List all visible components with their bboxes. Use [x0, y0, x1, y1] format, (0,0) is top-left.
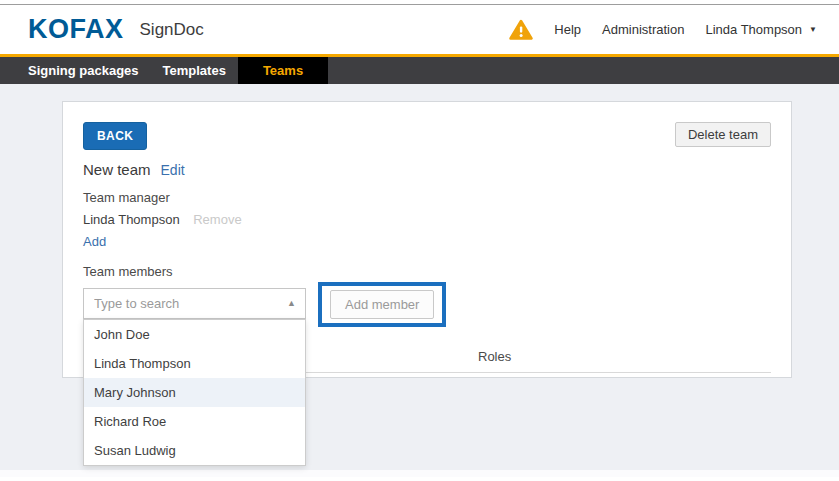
team-name-row: New team Edit [83, 161, 771, 178]
nav-tab-templates[interactable]: Templates [151, 57, 238, 84]
add-manager-link[interactable]: Add [83, 234, 106, 249]
remove-manager-link[interactable]: Remove [193, 212, 241, 227]
window-bottom-strip [0, 470, 839, 477]
add-member-button[interactable]: Add member [330, 290, 434, 319]
header-actions: Help Administration Linda Thompson ▼ [509, 19, 817, 41]
warning-icon[interactable] [509, 19, 533, 41]
member-search-combobox: ▲ John Doe Linda Thompson Mary Johnson R… [83, 288, 306, 319]
app-window: KOFAX SignDoc Help Administration Linda … [0, 0, 839, 481]
team-manager-row: Linda Thompson Remove [83, 212, 771, 227]
edit-team-name-link[interactable]: Edit [161, 162, 185, 178]
chevron-down-icon: ▼ [809, 25, 817, 34]
app-header: KOFAX SignDoc Help Administration Linda … [0, 5, 839, 54]
product-name: SignDoc [140, 20, 204, 40]
team-manager-name: Linda Thompson [83, 212, 180, 227]
member-dropdown-list: John Doe Linda Thompson Mary Johnson Ric… [83, 319, 306, 466]
add-member-highlight-box: Add member [318, 282, 446, 327]
team-name: New team [83, 161, 151, 178]
member-controls: ▲ John Doe Linda Thompson Mary Johnson R… [83, 288, 771, 327]
card-top-row: BACK Delete team [83, 122, 771, 150]
page-content: BACK Delete team New team Edit Team mana… [0, 84, 839, 470]
back-button[interactable]: BACK [83, 122, 147, 150]
dropdown-option[interactable]: John Doe [84, 320, 305, 349]
team-detail-card: BACK Delete team New team Edit Team mana… [62, 101, 792, 378]
dropdown-option[interactable]: Richard Roe [84, 407, 305, 436]
dropdown-option-highlighted[interactable]: Mary Johnson [84, 378, 305, 407]
roles-column-header: Roles [478, 349, 511, 364]
user-name: Linda Thompson [705, 22, 802, 37]
nav-tab-teams[interactable]: Teams [238, 57, 328, 84]
user-menu[interactable]: Linda Thompson ▼ [705, 22, 817, 37]
delete-team-button[interactable]: Delete team [675, 122, 771, 147]
member-search-input[interactable] [83, 288, 306, 319]
team-members-label: Team members [83, 264, 771, 279]
kofax-logo: KOFAX [28, 14, 124, 45]
dropdown-option[interactable]: Linda Thompson [84, 349, 305, 378]
team-manager-label: Team manager [83, 190, 771, 205]
dropdown-option[interactable]: Susan Ludwig [84, 436, 305, 465]
help-link[interactable]: Help [554, 22, 581, 37]
nav-tab-signing-packages[interactable]: Signing packages [16, 57, 151, 84]
administration-link[interactable]: Administration [602, 22, 684, 37]
main-nav: Signing packages Templates Teams [0, 54, 839, 84]
